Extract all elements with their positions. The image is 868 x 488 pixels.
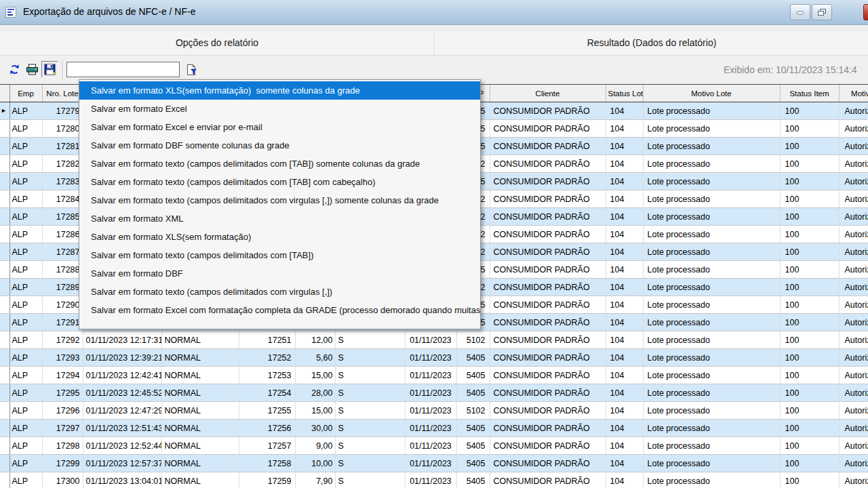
cell[interactable]: Lote processado: [643, 384, 780, 402]
cell[interactable]: ALP: [9, 437, 42, 455]
cell[interactable]: 17282: [42, 155, 83, 173]
cell[interactable]: Autoriz: [839, 190, 868, 208]
cell[interactable]: S: [335, 455, 405, 472]
cell[interactable]: 104: [606, 138, 643, 155]
cell[interactable]: ALP: [9, 384, 42, 402]
table-row[interactable]: ALP1729301/11/2023 12:39:21NORMAL172525,…: [0, 349, 868, 367]
cell[interactable]: 01/11/2023: [405, 455, 456, 472]
cell[interactable]: 104: [606, 190, 643, 208]
cell[interactable]: 01/11/2023: [405, 402, 456, 420]
refresh-button[interactable]: [6, 61, 23, 78]
cell[interactable]: 17257: [239, 437, 295, 455]
cell[interactable]: 17256: [239, 420, 295, 437]
cell[interactable]: Lote processado: [643, 208, 780, 226]
cell[interactable]: 30,00: [295, 420, 335, 437]
cell[interactable]: 17296: [42, 402, 83, 420]
cell[interactable]: 17286: [42, 226, 83, 243]
cell[interactable]: 104: [606, 120, 643, 138]
table-row[interactable]: ALP1729501/11/2023 12:45:52NORMAL1725428…: [0, 384, 868, 402]
cell[interactable]: 01/11/2023 12:52:44: [83, 437, 161, 455]
cell[interactable]: 01/11/2023 12:39:21: [83, 349, 161, 367]
column-header[interactable]: Status Item: [780, 85, 839, 102]
cell[interactable]: 5102: [456, 331, 490, 349]
cell[interactable]: Lote processado: [643, 314, 780, 331]
cell[interactable]: 100: [780, 472, 839, 488]
cell[interactable]: 100: [780, 314, 839, 331]
cell[interactable]: 17253: [239, 367, 295, 384]
cell[interactable]: Autoriz: [839, 296, 868, 314]
cell[interactable]: Lote processado: [643, 437, 780, 455]
cell[interactable]: 01/11/2023 12:51:43: [83, 420, 161, 437]
cell[interactable]: CONSUMIDOR PADRÃO: [490, 420, 606, 437]
cell[interactable]: Autoriz: [839, 208, 868, 226]
tab-resultado-relatorio[interactable]: Resultado (Dados do relatório): [434, 30, 868, 55]
cell[interactable]: NORMAL: [161, 331, 239, 349]
cell[interactable]: 104: [606, 384, 643, 402]
cell[interactable]: 17284: [42, 190, 83, 208]
cell[interactable]: 12,00: [295, 331, 335, 349]
cell[interactable]: 17295: [42, 384, 83, 402]
cell[interactable]: CONSUMIDOR PADRÃO: [490, 384, 606, 402]
cell[interactable]: 17259: [239, 472, 295, 488]
cell[interactable]: ALP: [9, 367, 42, 384]
cell[interactable]: 104: [606, 261, 643, 279]
cell[interactable]: NORMAL: [161, 437, 239, 455]
cell[interactable]: ALP: [9, 455, 42, 472]
cell[interactable]: 100: [780, 420, 839, 437]
column-header[interactable]: Status Lote: [606, 85, 643, 102]
cell[interactable]: 17258: [239, 455, 295, 472]
cell[interactable]: Autoriz: [839, 437, 868, 455]
cell[interactable]: 104: [606, 367, 643, 384]
cell[interactable]: 100: [780, 226, 839, 243]
cell[interactable]: ALP: [9, 261, 42, 279]
cell[interactable]: 104: [606, 420, 643, 437]
cell[interactable]: 104: [606, 155, 643, 173]
cell[interactable]: NORMAL: [161, 455, 239, 472]
export-menu-item[interactable]: Salvar em formato texto (campos delimita…: [79, 246, 480, 264]
cell[interactable]: 01/11/2023 12:57:37: [83, 455, 161, 472]
cell[interactable]: 17255: [239, 402, 295, 420]
cell[interactable]: 104: [606, 208, 643, 226]
cell[interactable]: Lote processado: [643, 226, 780, 243]
cell[interactable]: Autoriz: [839, 226, 868, 243]
cell[interactable]: Lote processado: [643, 155, 780, 173]
export-menu-item[interactable]: Salvar em formato XLS(sem formatação) so…: [79, 81, 480, 100]
cell[interactable]: CONSUMIDOR PADRÃO: [490, 455, 606, 472]
cell[interactable]: Lote processado: [643, 173, 780, 190]
cell[interactable]: CONSUMIDOR PADRÃO: [490, 190, 606, 208]
cell[interactable]: ALP: [9, 402, 42, 420]
cell[interactable]: ALP: [9, 208, 42, 226]
cell[interactable]: 17287: [42, 243, 83, 261]
cell[interactable]: CONSUMIDOR PADRÃO: [490, 120, 606, 138]
search-input[interactable]: [66, 62, 180, 77]
cell[interactable]: 17251: [239, 331, 295, 349]
cell[interactable]: Autoriz: [839, 384, 868, 402]
cell[interactable]: 01/11/2023 13:04:01: [83, 472, 161, 488]
cell[interactable]: 100: [780, 455, 839, 472]
cell[interactable]: 5405: [456, 437, 490, 455]
cell[interactable]: 15,00: [295, 367, 335, 384]
cell[interactable]: 10,00: [295, 455, 335, 472]
export-menu-item[interactable]: Salvar em formato Excel: [79, 100, 480, 118]
cell[interactable]: 01/11/2023 12:42:41: [83, 367, 161, 384]
cell[interactable]: 17294: [42, 367, 83, 384]
cell[interactable]: CONSUMIDOR PADRÃO: [490, 102, 606, 120]
save-export-button[interactable]: [41, 61, 58, 78]
cell[interactable]: 5405: [456, 455, 490, 472]
cell[interactable]: Autoriz: [839, 455, 868, 472]
cell[interactable]: Autoriz: [839, 314, 868, 331]
cell[interactable]: 5405: [456, 384, 490, 402]
cell[interactable]: 100: [780, 331, 839, 349]
cell[interactable]: S: [335, 384, 405, 402]
column-header[interactable]: Cliente: [490, 85, 606, 102]
cell[interactable]: 104: [606, 314, 643, 331]
cell[interactable]: ALP: [9, 472, 42, 488]
cell[interactable]: 01/11/2023: [405, 384, 456, 402]
cell[interactable]: ALP: [9, 102, 42, 120]
cell[interactable]: CONSUMIDOR PADRÃO: [490, 367, 606, 384]
cell[interactable]: Lote processado: [643, 402, 780, 420]
export-menu-item[interactable]: Salvar em formato texto (campos delimita…: [79, 283, 480, 301]
cell[interactable]: 100: [780, 279, 839, 296]
cell[interactable]: 9,00: [295, 437, 335, 455]
cell[interactable]: S: [335, 472, 405, 488]
